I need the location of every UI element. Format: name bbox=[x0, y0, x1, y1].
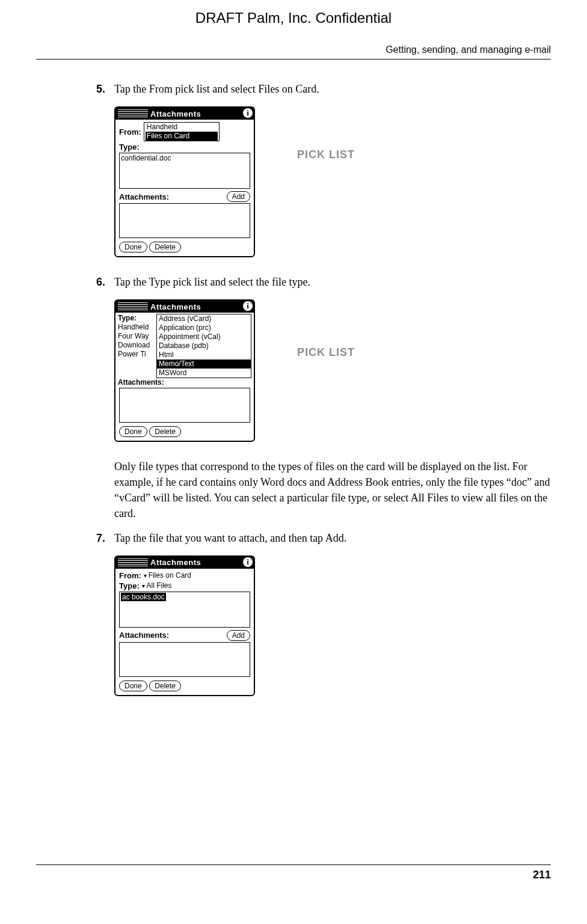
left-item: Download bbox=[118, 341, 156, 350]
delete-button[interactable]: Delete bbox=[149, 242, 181, 252]
info-icon[interactable]: i bbox=[243, 301, 253, 311]
titlebar-stripes bbox=[118, 109, 148, 118]
delete-button[interactable]: Delete bbox=[149, 681, 181, 691]
done-button[interactable]: Done bbox=[119, 426, 147, 437]
step-6-text: Tap the Type pick list and select the fi… bbox=[114, 274, 551, 290]
from-option-handheld[interactable]: Handheld bbox=[146, 123, 218, 132]
delete-button[interactable]: Delete bbox=[149, 426, 181, 437]
left-item: Four Way bbox=[118, 332, 156, 341]
type-label: Type: bbox=[118, 314, 156, 323]
draft-header: DRAFT Palm, Inc. Confidential bbox=[36, 10, 551, 26]
step-7: 7. Tap the file that you want to attach,… bbox=[96, 530, 551, 546]
type-option[interactable]: Appointment (vCal) bbox=[157, 332, 251, 341]
type-option[interactable]: Database (pdb) bbox=[157, 341, 251, 350]
step-7-text: Tap the file that you want to attach, an… bbox=[114, 530, 551, 546]
picklist-callout-2: PICK LIST bbox=[297, 346, 355, 359]
dialog2-titlebar: Attachments i bbox=[115, 301, 254, 313]
figure-1-row: Attachments i From: Handheld Files on Ca… bbox=[114, 106, 551, 257]
dialog1-titlebar: Attachments i bbox=[115, 108, 254, 120]
info-icon[interactable]: i bbox=[243, 108, 253, 118]
from-label: From: bbox=[119, 127, 141, 136]
add-button[interactable]: Add bbox=[227, 630, 250, 641]
from-label: From: bbox=[119, 571, 141, 580]
running-head: Getting, sending, and managing e-mail bbox=[36, 44, 551, 59]
step-6-number: 6. bbox=[96, 274, 114, 290]
step-7-number: 7. bbox=[96, 530, 114, 546]
file-item-selected[interactable]: ac books.doc bbox=[121, 593, 166, 601]
type-option[interactable]: MSWord bbox=[157, 369, 251, 378]
dialog2-title: Attachments bbox=[150, 302, 201, 311]
figure-3-row: Attachments i From: Files on Card Type: … bbox=[114, 555, 551, 696]
dialog3-titlebar: Attachments i bbox=[115, 557, 254, 569]
step-6: 6. Tap the Type pick list and select the… bbox=[96, 274, 551, 290]
type-picklist[interactable]: Address (vCard) Application (prc) Appoin… bbox=[156, 314, 251, 378]
left-item: Power Ti bbox=[118, 350, 156, 359]
type-picklist-value[interactable]: All Files bbox=[142, 581, 172, 590]
type-option[interactable]: Address (vCard) bbox=[157, 314, 251, 323]
step-5: 5. Tap the From pick list and select Fil… bbox=[96, 81, 551, 97]
file-item[interactable]: confidential.doc bbox=[121, 154, 248, 162]
info-icon[interactable]: i bbox=[243, 557, 253, 567]
type-option[interactable]: Html bbox=[157, 350, 251, 360]
from-picklist[interactable]: Handheld Files on Card bbox=[144, 122, 220, 141]
titlebar-stripes bbox=[118, 558, 148, 567]
figure-2-row: Attachments i Type: Handheld Four Way Do… bbox=[114, 299, 551, 442]
dialog1-title: Attachments bbox=[150, 109, 201, 118]
attachments-label: Attachments: bbox=[119, 631, 169, 640]
type-option-selected[interactable]: Memo/Text bbox=[157, 360, 251, 369]
from-option-files-on-card[interactable]: Files on Card bbox=[146, 132, 218, 141]
file-list[interactable]: confidential.doc bbox=[119, 153, 250, 189]
attachments-dialog-1: Attachments i From: Handheld Files on Ca… bbox=[114, 106, 255, 257]
attachments-label: Attachments: bbox=[119, 192, 169, 201]
attachments-list[interactable] bbox=[119, 388, 250, 423]
step-6-note: Only file types that correspond to the t… bbox=[114, 459, 551, 521]
attachments-label: Attachments: bbox=[115, 378, 254, 387]
titlebar-stripes bbox=[118, 302, 148, 311]
picklist-callout-1: PICK LIST bbox=[297, 148, 355, 161]
done-button[interactable]: Done bbox=[119, 242, 147, 252]
type-label: Type: bbox=[119, 142, 140, 151]
from-picklist-value[interactable]: Files on Card bbox=[144, 571, 191, 580]
file-list[interactable]: ac books.doc bbox=[119, 592, 250, 628]
page-number: 211 bbox=[36, 865, 551, 881]
left-item: Handheld bbox=[118, 323, 156, 332]
attachments-dialog-3: Attachments i From: Files on Card Type: … bbox=[114, 555, 255, 696]
done-button[interactable]: Done bbox=[119, 681, 147, 691]
attachments-list[interactable] bbox=[119, 203, 250, 238]
type-label: Type: bbox=[119, 581, 140, 590]
step-5-number: 5. bbox=[96, 81, 114, 97]
attachments-list[interactable] bbox=[119, 642, 250, 677]
dialog3-title: Attachments bbox=[150, 558, 201, 567]
step-5-text: Tap the From pick list and select Files … bbox=[114, 81, 551, 97]
dialog2-left-column: Type: Handheld Four Way Download Power T… bbox=[118, 314, 156, 378]
attachments-dialog-2: Attachments i Type: Handheld Four Way Do… bbox=[114, 299, 255, 442]
add-button[interactable]: Add bbox=[227, 191, 250, 202]
type-option[interactable]: Application (prc) bbox=[157, 323, 251, 332]
